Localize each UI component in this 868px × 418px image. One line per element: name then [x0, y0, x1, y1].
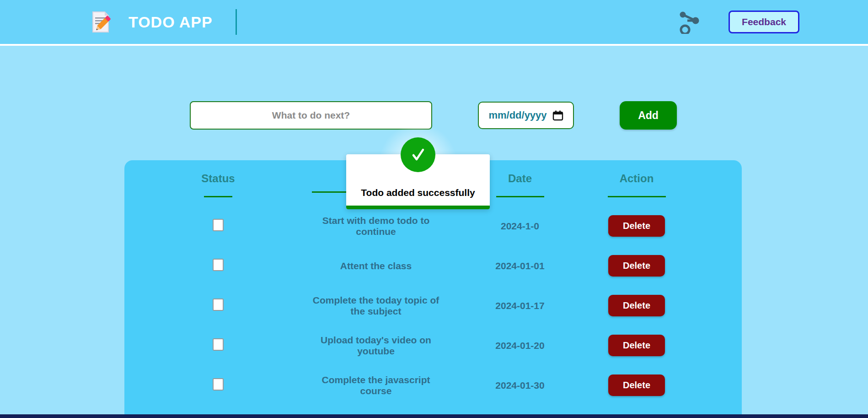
todo-date: 2024-01-01: [495, 261, 544, 271]
date-cell: 2024-01-30: [440, 380, 600, 391]
date-placeholder: mm/dd/yyyy: [488, 109, 547, 121]
todo-status-checkbox[interactable]: [213, 378, 224, 391]
action-cell: Delete: [600, 215, 673, 237]
todo-cell: Complete the javascript course: [312, 375, 440, 396]
date-cell: 2024-01-01: [440, 261, 600, 271]
todo-text: Complete the javascript course: [322, 375, 430, 396]
feedback-button[interactable]: Feedback: [729, 11, 799, 33]
todo-cell: Upload today's video on youtube: [312, 335, 440, 357]
table-row: Attent the class 2024-01-01 Delete: [124, 246, 673, 286]
todo-text: Upload today's video on youtube: [321, 335, 431, 356]
date-cell: 2024-1-0: [440, 221, 600, 232]
status-cell: [124, 338, 312, 353]
delete-button[interactable]: Delete: [608, 375, 665, 396]
todo-status-checkbox[interactable]: [213, 259, 224, 271]
delete-button[interactable]: Delete: [608, 215, 665, 237]
table-row: Complete the javascript course 2024-01-3…: [124, 365, 673, 405]
todo-text: Complete the today topic of the subject: [313, 295, 439, 316]
todo-date: 2024-01-30: [495, 380, 544, 391]
share-icon[interactable]: [677, 10, 701, 34]
table-row: Upload today's video on youtube 2024-01-…: [124, 326, 673, 365]
todo-text: Attent the class: [340, 261, 412, 271]
table-row: Start with demo todo to continue 2024-1-…: [124, 206, 673, 246]
todo-cell: Attent the class: [312, 261, 440, 271]
todo-status-checkbox[interactable]: [213, 299, 224, 311]
column-header-status: Status: [124, 172, 312, 197]
todo-text: Start with demo todo to continue: [322, 215, 429, 237]
todo-cell: Start with demo todo to continue: [312, 215, 440, 237]
add-todo-form: mm/dd/yyyy Add: [190, 101, 677, 130]
memo-icon: [89, 10, 112, 34]
calendar-icon[interactable]: [552, 110, 563, 121]
todo-date: 2024-01-17: [495, 300, 544, 311]
toast-message: Todo added successfully: [361, 187, 475, 198]
action-cell: Delete: [600, 255, 673, 277]
date-cell: 2024-01-20: [440, 340, 600, 351]
status-underline: [204, 196, 232, 197]
date-cell: 2024-01-17: [440, 300, 600, 311]
todo-text-input[interactable]: [190, 101, 432, 130]
todo-status-checkbox[interactable]: [213, 338, 224, 351]
footer-strip: [0, 414, 868, 418]
toast-success-circle: [401, 137, 435, 172]
brand: TODO APP: [89, 10, 213, 34]
delete-button[interactable]: Delete: [608, 255, 665, 277]
table-row: Complete the today topic of the subject …: [124, 286, 673, 326]
delete-button[interactable]: Delete: [608, 295, 665, 316]
header-actions: Feedback: [677, 10, 799, 34]
todo-cell: Complete the today topic of the subject: [312, 295, 440, 317]
check-icon: [409, 146, 427, 164]
date-input[interactable]: mm/dd/yyyy: [478, 102, 574, 129]
action-cell: Delete: [600, 295, 673, 316]
app-header: TODO APP Feedback: [0, 0, 868, 46]
todo-date: 2024-1-0: [501, 221, 539, 231]
status-cell: [124, 299, 312, 313]
action-cell: Delete: [600, 375, 673, 396]
success-toast: Todo added successfully: [346, 136, 490, 209]
todo-rows: Start with demo todo to continue 2024-1-…: [124, 206, 673, 405]
status-cell: [124, 378, 312, 392]
action-cell: Delete: [600, 335, 673, 356]
header-divider: [236, 9, 237, 35]
todo-date: 2024-01-20: [495, 340, 544, 351]
add-button[interactable]: Add: [620, 101, 677, 130]
status-cell: [124, 219, 312, 233]
todo-status-checkbox[interactable]: [213, 219, 224, 231]
delete-button[interactable]: Delete: [608, 335, 665, 356]
column-header-action: Action: [600, 172, 673, 197]
action-underline: [608, 196, 666, 197]
status-cell: [124, 259, 312, 273]
toast-progress-bar: [346, 206, 490, 209]
main-content: mm/dd/yyyy Add Status Date: [0, 46, 868, 416]
app-title: TODO APP: [129, 13, 213, 31]
date-underline: [496, 196, 544, 197]
